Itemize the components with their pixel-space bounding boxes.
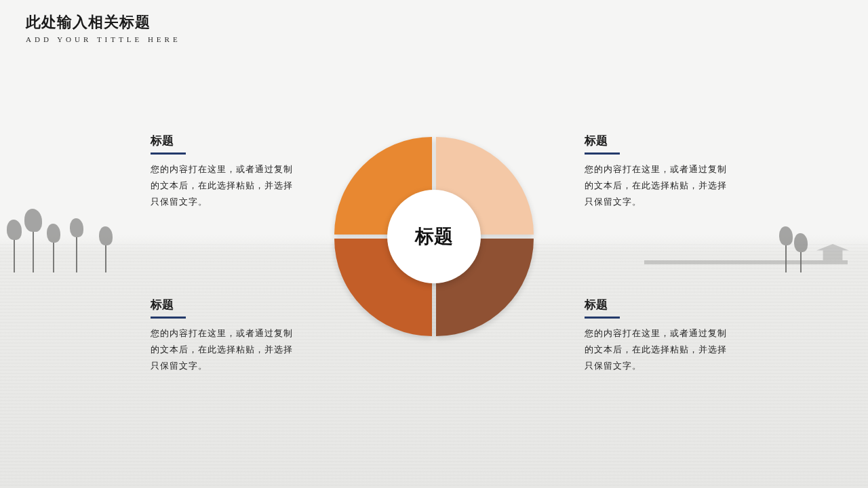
block-body: 您的内容打在这里，或者通过复制的文本后，在此选择粘贴，并选择只保留文字。: [151, 325, 293, 374]
block-title: 标题: [585, 133, 727, 148]
content-block-bottom-right: 标题 您的内容打在这里，或者通过复制的文本后，在此选择粘贴，并选择只保留文字。: [585, 297, 727, 374]
block-body: 您的内容打在这里，或者通过复制的文本后，在此选择粘贴，并选择只保留文字。: [585, 161, 727, 210]
bg-tree: [53, 243, 54, 272]
content-block-top-left: 标题 您的内容打在这里，或者通过复制的文本后，在此选择粘贴，并选择只保留文字。: [151, 133, 293, 210]
donut-center-label: 标题: [387, 190, 481, 283]
content-block-bottom-left: 标题 您的内容打在这里，或者通过复制的文本后，在此选择粘贴，并选择只保留文字。: [151, 297, 293, 374]
bg-tree: [785, 245, 787, 272]
block-title: 标题: [151, 133, 293, 148]
title-rule: [151, 152, 186, 155]
bg-bridge: [644, 260, 848, 264]
content-block-top-right: 标题 您的内容打在这里，或者通过复制的文本后，在此选择粘贴，并选择只保留文字。: [585, 133, 727, 210]
slide-header: 此处输入相关标题 ADD YOUR TITTLE HERE: [26, 12, 181, 43]
bg-tree: [33, 232, 34, 272]
bg-tree: [14, 240, 15, 272]
block-title: 标题: [151, 297, 293, 312]
title-rule: [151, 317, 186, 319]
page-title: 此处输入相关标题: [26, 12, 181, 33]
bg-tree: [105, 245, 106, 272]
block-body: 您的内容打在这里，或者通过复制的文本后，在此选择粘贴，并选择只保留文字。: [151, 161, 293, 210]
donut-diagram: 标题: [334, 137, 534, 336]
page-subtitle: ADD YOUR TITTLE HERE: [26, 35, 181, 43]
bg-tree: [76, 237, 77, 272]
block-title: 标题: [585, 297, 727, 312]
block-body: 您的内容打在这里，或者通过复制的文本后，在此选择粘贴，并选择只保留文字。: [585, 325, 727, 374]
title-rule: [585, 152, 620, 155]
title-rule: [585, 317, 620, 319]
bg-pavilion: [816, 244, 849, 260]
